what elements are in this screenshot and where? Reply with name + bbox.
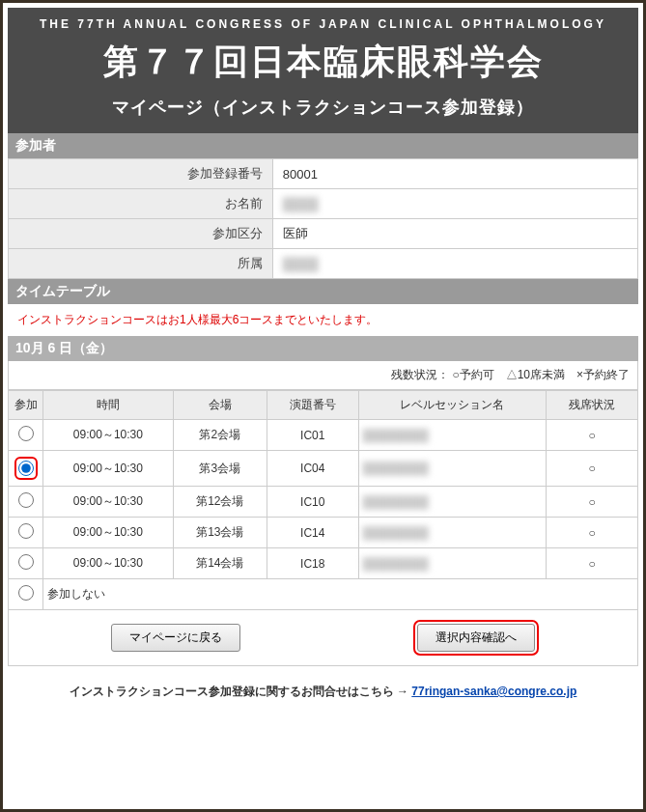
room-cell: 第14会場	[173, 548, 267, 579]
reg-no-value: 80001	[272, 159, 637, 189]
code-cell: IC18	[267, 548, 358, 579]
none-radio-cell[interactable]	[9, 579, 43, 610]
col-attend: 参加	[9, 391, 43, 420]
none-radio[interactable]	[18, 585, 34, 601]
code-cell: IC04	[267, 451, 358, 487]
time-cell: 09:00～10:30	[43, 487, 174, 518]
col-code: 演題番号	[267, 391, 358, 420]
seat-cell: ○	[547, 451, 638, 487]
seat-legend: 残数状況： ○予約可 △10席未満 ×予約終了	[8, 361, 638, 390]
reg-no-label: 参加登録番号	[9, 159, 273, 189]
section-timetable-title: タイムテーブル	[8, 279, 638, 304]
time-cell: 09:00～10:30	[43, 518, 174, 548]
code-cell: IC14	[267, 518, 358, 548]
table-row: 09:00～10:30第3会場IC04████████○	[9, 451, 638, 487]
button-row: マイページに戻る 選択内容確認へ	[8, 610, 638, 666]
table-row: 09:00～10:30第14会場IC18████████○	[9, 548, 638, 579]
row-radio[interactable]	[18, 523, 34, 539]
category-value: 医師	[272, 219, 637, 249]
room-cell: 第2会場	[173, 420, 267, 451]
none-label: 参加しない	[43, 579, 638, 610]
room-cell: 第3会場	[173, 451, 267, 487]
footer: インストラクションコース参加登録に関するお問合せはこちら → 77ringan-…	[8, 666, 638, 710]
session-cell: ████████	[358, 451, 547, 487]
name-label: お名前	[9, 189, 273, 219]
radio-cell[interactable]	[9, 451, 43, 487]
col-seat: 残席状況	[547, 391, 638, 420]
section-participant-title: 参加者	[8, 133, 638, 158]
seat-cell: ○	[547, 548, 638, 579]
time-cell: 09:00～10:30	[43, 451, 174, 487]
radio-cell[interactable]	[9, 548, 43, 579]
session-cell: ████████	[358, 487, 547, 518]
row-radio[interactable]	[18, 461, 34, 476]
radio-cell[interactable]	[9, 420, 43, 451]
session-cell: ████████	[358, 548, 547, 579]
time-cell: 09:00～10:30	[43, 548, 174, 579]
table-row: 09:00～10:30第13会場IC14████████○	[9, 518, 638, 548]
col-session: レベルセッション名	[358, 391, 547, 420]
back-button[interactable]: マイページに戻る	[111, 624, 240, 652]
contact-email-link[interactable]: 77ringan-sanka@congre.co.jp	[411, 685, 576, 698]
confirm-button[interactable]: 選択内容確認へ	[417, 624, 535, 652]
code-cell: IC01	[267, 420, 358, 451]
page-header: THE 77TH ANNUAL CONGRESS OF JAPAN CLINIC…	[8, 8, 638, 133]
time-cell: 09:00～10:30	[43, 420, 174, 451]
room-cell: 第13会場	[173, 518, 267, 548]
table-row: 09:00～10:30第12会場IC10████████○	[9, 487, 638, 518]
page-container: THE 77TH ANNUAL CONGRESS OF JAPAN CLINIC…	[0, 0, 646, 812]
notice-text: インストラクションコースはお1人様最大6コースまでといたします。	[8, 304, 638, 336]
affiliation-label: 所属	[9, 249, 273, 279]
radio-cell[interactable]	[9, 518, 43, 548]
footer-text: インストラクションコース参加登録に関するお問合せはこちら →	[70, 685, 412, 698]
row-radio[interactable]	[18, 426, 34, 441]
congress-english-title: THE 77TH ANNUAL CONGRESS OF JAPAN CLINIC…	[8, 17, 638, 31]
seat-cell: ○	[547, 420, 638, 451]
timetable: 参加 時間 会場 演題番号 レベルセッション名 残席状況 09:00～10:30…	[8, 390, 638, 610]
category-label: 参加区分	[9, 219, 273, 249]
col-time: 時間	[43, 391, 174, 420]
name-value: ████	[272, 189, 637, 219]
code-cell: IC10	[267, 487, 358, 518]
row-radio[interactable]	[18, 492, 34, 508]
page-subtitle: マイページ（インストラクションコース参加登録）	[8, 96, 638, 119]
session-cell: ████████	[358, 518, 547, 548]
col-room: 会場	[173, 391, 267, 420]
seat-cell: ○	[547, 487, 638, 518]
radio-cell[interactable]	[9, 487, 43, 518]
row-radio[interactable]	[18, 554, 34, 570]
date-title: 10月 6 日（金）	[8, 336, 638, 361]
affiliation-value: ████	[272, 249, 637, 279]
profile-table: 参加登録番号 80001 お名前 ████ 参加区分 医師 所属 ████	[8, 158, 638, 279]
table-row: 09:00～10:30第2会場IC01████████○	[9, 420, 638, 451]
seat-cell: ○	[547, 518, 638, 548]
congress-title: 第７７回日本臨床眼科学会	[8, 39, 638, 86]
session-cell: ████████	[358, 420, 547, 451]
room-cell: 第12会場	[173, 487, 267, 518]
